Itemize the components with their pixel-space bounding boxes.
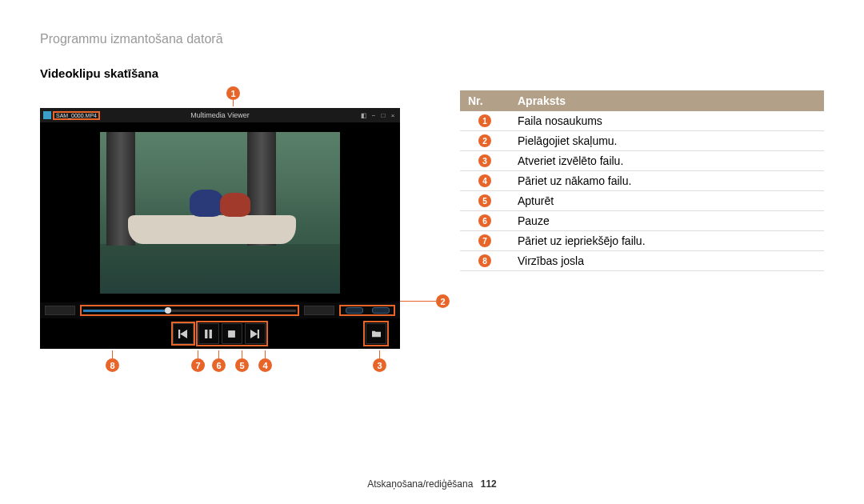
open-file-button[interactable] (366, 323, 386, 344)
pause-icon (204, 330, 213, 338)
col-header-nr: Nr. (460, 90, 510, 111)
bottom-callouts: 8 7 6 5 4 3 (40, 350, 404, 374)
svg-rect-0 (228, 330, 235, 338)
callout-badge: 3 (373, 358, 386, 372)
filename-label: SAM_0000.MP4 (53, 111, 100, 120)
row-number: 8 (478, 254, 491, 267)
stop-button[interactable] (222, 323, 242, 344)
file-icon (43, 111, 51, 119)
window-title: Multimedia Viewer (190, 111, 249, 119)
skip-previous-icon (178, 330, 187, 338)
callout-badge: 2 (436, 294, 450, 308)
row-number: 4 (478, 174, 491, 187)
description-table: Nr. Apraksts 1 Faila nosaukums 2 Pielāgo… (460, 86, 824, 271)
folder-icon (372, 330, 381, 338)
volume-control[interactable] (339, 305, 395, 316)
table-header: Nr. Apraksts (460, 90, 824, 111)
prev-button[interactable] (173, 323, 194, 344)
transport-row (40, 318, 400, 349)
callout-badge: 1 (226, 86, 240, 100)
row-desc: Pāriet uz iepriekšējo failu. (510, 231, 824, 250)
row-desc: Faila nosaukums (510, 111, 824, 130)
table-row: 1 Faila nosaukums (460, 111, 824, 131)
elapsed-time (45, 306, 75, 315)
row-number: 6 (478, 214, 491, 227)
row-number: 5 (478, 194, 491, 207)
callout-2: 2 (400, 294, 450, 308)
next-button[interactable] (245, 323, 266, 344)
footer-section: Atskaņošana/rediģēšana (367, 478, 473, 490)
row-number: 7 (478, 234, 491, 247)
table-row: 3 Atveriet izvēlēto failu. (460, 151, 824, 171)
progress-bar[interactable] (80, 305, 299, 316)
titlebar: SAM_0000.MP4 Multimedia Viewer ◧ − □ × (40, 108, 400, 122)
maximize-icon[interactable]: □ (379, 111, 387, 119)
table-row: 2 Pielāgojiet skaļumu. (460, 131, 824, 151)
close-icon[interactable]: × (389, 111, 397, 119)
progress-row (40, 302, 400, 318)
table-row: 8 Virzības josla (460, 251, 824, 271)
pause-button[interactable] (198, 323, 219, 344)
player-figure: 1 SAM_0000.MP4 Multimedia Viewer ◧ − □ × (40, 86, 404, 374)
table-row: 6 Pauze (460, 211, 824, 231)
row-number: 1 (478, 114, 491, 127)
callout-1: 1 (62, 86, 404, 106)
footer-page-number: 112 (481, 478, 497, 490)
skip-next-icon (250, 330, 259, 338)
total-time (304, 306, 334, 315)
table-row: 7 Pāriet uz iepriekšējo failu. (460, 231, 824, 251)
video-area (40, 122, 400, 302)
video-frame (100, 132, 340, 294)
page-header: Programmu izmantošana datorā (40, 32, 824, 46)
row-desc: Virzības josla (510, 251, 824, 270)
callout-badge: 6 (212, 358, 226, 372)
page-subheader: Videoklipu skatīšana (40, 66, 824, 80)
page-footer: Atskaņošana/rediģēšana 112 (0, 478, 864, 490)
row-desc: Pāriet uz nākamo failu. (510, 171, 824, 190)
callout-badge: 8 (106, 358, 119, 372)
aux-icon[interactable]: ◧ (360, 111, 368, 119)
row-desc: Atveriet izvēlēto failu. (510, 151, 824, 170)
row-number: 2 (478, 134, 491, 147)
callout-badge: 4 (258, 358, 272, 372)
media-player-window: SAM_0000.MP4 Multimedia Viewer ◧ − □ × (40, 108, 400, 349)
table-row: 5 Apturēt (460, 191, 824, 211)
row-desc: Apturēt (510, 191, 824, 210)
row-desc: Pauze (510, 211, 824, 230)
row-number: 3 (478, 154, 491, 167)
callout-badge: 5 (235, 358, 249, 372)
table-row: 4 Pāriet uz nākamo failu. (460, 171, 824, 191)
minimize-icon[interactable]: − (370, 111, 378, 119)
window-controls: ◧ − □ × (360, 111, 397, 119)
col-header-desc: Apraksts (510, 90, 824, 111)
row-desc: Pielāgojiet skaļumu. (510, 131, 824, 150)
callout-badge: 7 (191, 358, 205, 372)
stop-icon (227, 330, 236, 338)
